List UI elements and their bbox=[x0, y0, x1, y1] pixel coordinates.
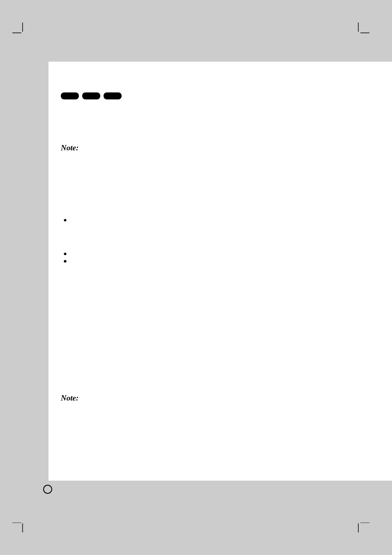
crop-mark-bottom-right bbox=[353, 516, 369, 532]
crop-mark-bottom-left bbox=[12, 516, 29, 532]
crop-mark-top-left bbox=[12, 23, 29, 39]
pill-icon bbox=[82, 92, 100, 99]
page-content-area bbox=[48, 62, 392, 481]
bullet-list bbox=[63, 216, 74, 257]
crop-mark-top-right bbox=[353, 23, 369, 39]
note-label-1: Note: bbox=[61, 143, 78, 152]
pill-icon bbox=[61, 92, 79, 99]
pill-decoration-row bbox=[61, 92, 122, 99]
pill-icon bbox=[104, 92, 122, 99]
note-label-2: Note: bbox=[61, 394, 78, 403]
circle-marker-icon bbox=[43, 485, 52, 494]
